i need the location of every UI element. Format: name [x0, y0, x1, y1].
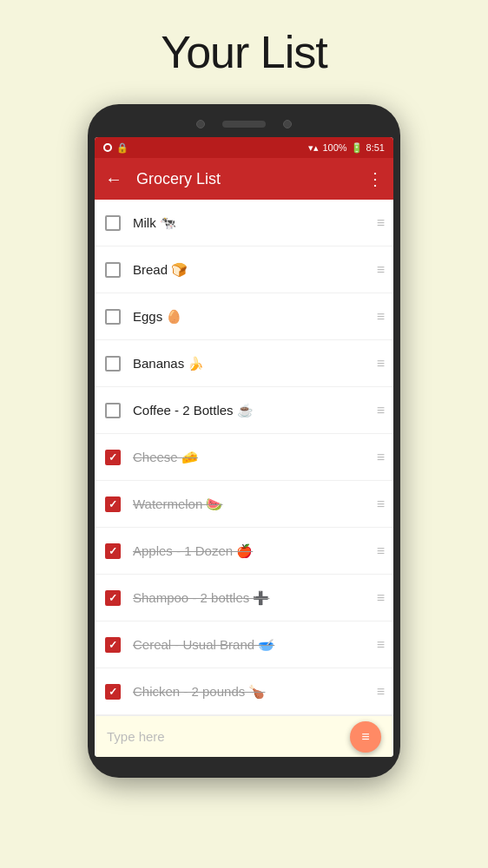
drag-handle-5[interactable]: ≡: [377, 403, 383, 418]
item-text-5: Coffee - 2 Bottles ☕: [133, 403, 370, 418]
item-text-7: Watermelon 🍉: [133, 496, 370, 512]
checkbox-4[interactable]: [105, 356, 121, 372]
drag-handle-6[interactable]: ≡: [377, 450, 383, 465]
notification-icon: [103, 143, 112, 152]
signal-icon: ▾▴: [308, 142, 319, 154]
more-options-button[interactable]: ⋮: [366, 168, 383, 189]
list-item[interactable]: Coffee - 2 Bottles ☕≡: [95, 387, 393, 434]
item-text-1: Milk 🐄: [133, 215, 370, 231]
list-item[interactable]: Milk 🐄≡: [95, 200, 393, 247]
phone-frame: 🔒 ▾▴ 100% 🔋 8:51 ← Grocery List ⋮ Milk 🐄…: [88, 104, 400, 778]
drag-handle-11[interactable]: ≡: [377, 684, 383, 700]
page-title: Your List: [161, 26, 326, 78]
item-text-10: Cereal - Usual Brand 🥣: [133, 637, 370, 653]
drag-handle-4[interactable]: ≡: [377, 356, 383, 372]
app-bar: ← Grocery List ⋮: [95, 158, 393, 200]
drag-handle-2[interactable]: ≡: [377, 262, 383, 278]
checkbox-1[interactable]: [105, 215, 121, 231]
list-item[interactable]: Bread 🍞≡: [95, 247, 393, 293]
list-item[interactable]: Bananas 🍌≡: [95, 340, 393, 387]
phone-screen: 🔒 ▾▴ 100% 🔋 8:51 ← Grocery List ⋮ Milk 🐄…: [95, 137, 393, 757]
drag-handle-7[interactable]: ≡: [377, 496, 383, 512]
item-text-4: Bananas 🍌: [133, 356, 370, 372]
checkbox-5[interactable]: [105, 403, 121, 418]
checkbox-11[interactable]: [105, 684, 121, 700]
phone-bottom-bar: [95, 757, 393, 767]
add-item-button[interactable]: ≡: [350, 721, 381, 753]
drag-handle-1[interactable]: ≡: [377, 215, 383, 231]
battery-percent: 100%: [322, 142, 346, 153]
item-text-9: Shampoo - 2 bottles ➕: [133, 590, 370, 606]
item-text-11: Chicken - 2 pounds 🍗: [133, 684, 370, 700]
phone-top-bar: [95, 115, 393, 137]
checkbox-9[interactable]: [105, 590, 121, 606]
item-text-6: Cheese 🧀: [133, 450, 370, 465]
speaker: [222, 121, 266, 128]
item-text-2: Bread 🍞: [133, 262, 370, 278]
list-item[interactable]: Cereal - Usual Brand 🥣≡: [95, 621, 393, 668]
input-bar: Type here ≡: [95, 715, 393, 757]
type-here-placeholder[interactable]: Type here: [107, 729, 350, 744]
checkbox-7[interactable]: [105, 496, 121, 512]
back-button[interactable]: ←: [105, 169, 122, 189]
front-camera: [196, 120, 205, 128]
checkbox-6[interactable]: [105, 450, 121, 465]
checkbox-3[interactable]: [105, 309, 121, 325]
list-item[interactable]: Watermelon 🍉≡: [95, 481, 393, 528]
add-icon: ≡: [361, 729, 369, 745]
drag-handle-9[interactable]: ≡: [377, 590, 383, 606]
status-bar: 🔒 ▾▴ 100% 🔋 8:51: [95, 137, 393, 158]
list-item[interactable]: Chicken - 2 pounds 🍗≡: [95, 668, 393, 715]
item-text-3: Eggs 🥚: [133, 309, 370, 325]
checkbox-10[interactable]: [105, 637, 121, 653]
battery-icon: 🔋: [351, 142, 363, 154]
checkbox-8[interactable]: [105, 543, 121, 559]
item-text-8: Apples - 1 Dozen 🍎: [133, 543, 370, 559]
list-item[interactable]: Apples - 1 Dozen 🍎≡: [95, 528, 393, 575]
list-item[interactable]: Cheese 🧀≡: [95, 434, 393, 481]
status-right: ▾▴ 100% 🔋 8:51: [308, 142, 385, 154]
drag-handle-10[interactable]: ≡: [377, 637, 383, 653]
app-bar-title: Grocery List: [136, 170, 353, 188]
drag-handle-3[interactable]: ≡: [377, 309, 383, 325]
grocery-list: Milk 🐄≡Bread 🍞≡Eggs 🥚≡Bananas 🍌≡Coffee -…: [95, 200, 393, 715]
list-item[interactable]: Shampoo - 2 bottles ➕≡: [95, 575, 393, 621]
time: 8:51: [366, 142, 385, 153]
lock-icon: 🔒: [116, 142, 129, 154]
status-left: 🔒: [103, 142, 129, 154]
sensor: [283, 120, 292, 128]
drag-handle-8[interactable]: ≡: [377, 543, 383, 559]
checkbox-2[interactable]: [105, 262, 121, 278]
list-item[interactable]: Eggs 🥚≡: [95, 293, 393, 340]
